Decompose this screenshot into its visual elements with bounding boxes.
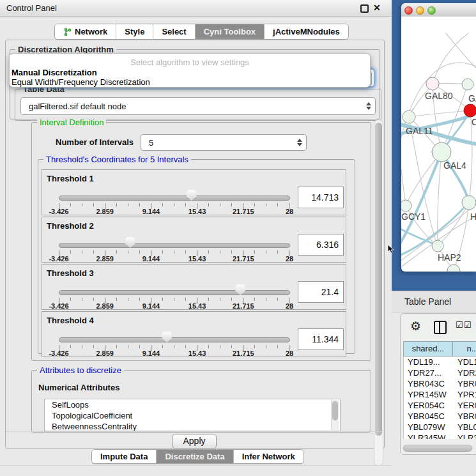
- gear-icon[interactable]: ⚙: [410, 319, 421, 334]
- cell-name[interactable]: YLR3: [454, 433, 476, 439]
- float-window-icon[interactable]: [360, 4, 369, 13]
- table-panel-titlebar: Table Panel: [392, 291, 476, 313]
- table-panel: ⚙ ☑ ☑ shared... n... YDL19... YDL1 YDR27…: [400, 313, 476, 455]
- threshold-4-slider-thumb[interactable]: [162, 332, 172, 342]
- table-horizontal-scrollbar[interactable]: [402, 444, 476, 452]
- close-traffic-light[interactable]: [404, 6, 413, 15]
- network-canvas[interactable]: GAL80 GA C GAL11 GAL4 GCY1 H HAP2: [401, 17, 476, 272]
- table-row[interactable]: YDR27... YDR2: [404, 367, 476, 378]
- table-row[interactable]: YBL079W YBL0: [404, 422, 476, 433]
- network-window-titlebar: [401, 3, 476, 17]
- scrollbar-thumb[interactable]: [403, 445, 472, 452]
- table-row[interactable]: YBR045C YBR0: [404, 411, 476, 422]
- cell-name[interactable]: YDR2: [454, 367, 476, 378]
- attributes-list-scrollbar[interactable]: [331, 400, 339, 430]
- cell-shared-name[interactable]: YDR27...: [404, 367, 454, 378]
- zoom-traffic-light[interactable]: [427, 6, 436, 15]
- list-item-topologicalcoefficient[interactable]: TopologicalCoefficient: [45, 410, 340, 421]
- tick-label: 9.144: [142, 255, 160, 263]
- cell-name[interactable]: YDL1: [454, 357, 476, 367]
- columns-icon[interactable]: [434, 321, 447, 334]
- tick-label: 15.43: [188, 208, 206, 215]
- combo-stepper-icon: [366, 102, 371, 110]
- cell-shared-name[interactable]: YPR145W: [404, 389, 454, 400]
- threshold-1-slider-thumb[interactable]: [187, 190, 197, 201]
- tick-label: 15.43: [188, 255, 206, 263]
- cell-name[interactable]: YBR0: [454, 378, 476, 389]
- column-header-name[interactable]: n...: [453, 341, 476, 357]
- tab-network[interactable]: Network: [55, 24, 116, 39]
- settings-vertical-scrollbar[interactable]: [374, 119, 383, 466]
- table-row[interactable]: YLR345W YLR3: [404, 433, 476, 439]
- node-ga[interactable]: [462, 79, 473, 90]
- tab-jactivemnodules-label: jActiveMNodules: [273, 27, 340, 36]
- node-partial[interactable]: [447, 265, 460, 272]
- cell-name[interactable]: YPR1: [454, 389, 476, 400]
- node-gal11[interactable]: [403, 111, 415, 123]
- scrollbar-thumb[interactable]: [375, 123, 382, 436]
- threshold-4-value-field[interactable]: 11.344: [298, 328, 344, 350]
- table-data-combobox[interactable]: galFiltered.sif default node: [20, 97, 376, 115]
- tick-label: 9.144: [142, 302, 160, 310]
- threshold-2-value-field[interactable]: 6.316: [298, 234, 344, 256]
- thresholds-group-title: Threshold's Coordinates for 5 Intervals: [43, 155, 191, 164]
- slider-tick-labels: -3.426 2.859 9.144 15.43 21.715 28: [59, 207, 289, 215]
- list-item-selfloops[interactable]: SelfLoops: [45, 399, 340, 410]
- tab-select[interactable]: Select: [153, 24, 194, 39]
- node-label-hap2: HAP2: [438, 252, 461, 263]
- table-row[interactable]: YER054C YER0: [404, 400, 476, 411]
- node-h[interactable]: [462, 196, 476, 210]
- table-row[interactable]: YPR145W YPR1: [404, 389, 476, 400]
- cell-name[interactable]: YER0: [454, 400, 476, 411]
- screen: { "icons": { "close": "✕", "gear": "⚙", …: [0, 0, 476, 476]
- number-of-intervals-combobox[interactable]: 5: [141, 134, 307, 151]
- tab-infer-network-label: Infer Network: [242, 452, 295, 461]
- cell-name[interactable]: YBL0: [454, 422, 476, 433]
- cell-shared-name[interactable]: YBR045C: [404, 411, 454, 422]
- close-icon[interactable]: ✕: [373, 3, 381, 13]
- table-row[interactable]: YDL19... YDL1: [404, 357, 476, 367]
- control-panel-tabbar: Network Style Select Cyni Toolbox jActiv…: [54, 24, 349, 40]
- tick-label: 2.859: [96, 255, 114, 263]
- cell-shared-name[interactable]: YBR043C: [404, 378, 454, 389]
- scrollbar-thumb[interactable]: [332, 401, 338, 420]
- algorithm-option-equal-width[interactable]: Equal Width/Frequency Discretization: [12, 77, 150, 87]
- apply-button[interactable]: Apply: [172, 434, 217, 449]
- node-red-selected[interactable]: [464, 104, 476, 117]
- node-hap2[interactable]: [432, 240, 443, 252]
- tab-cyni-toolbox[interactable]: Cyni Toolbox: [195, 24, 264, 39]
- tab-infer-network[interactable]: Infer Network: [233, 450, 303, 463]
- table-row[interactable]: YBR043C YBR0: [404, 378, 476, 389]
- column-header-shared-name[interactable]: shared...: [403, 341, 453, 357]
- cyni-toolbox-panel: Discretization Algorithm Select algorith…: [5, 40, 385, 449]
- tab-jactivemnodules[interactable]: jActiveMNodules: [264, 24, 348, 39]
- cell-shared-name[interactable]: YBL079W: [404, 422, 454, 433]
- threshold-1-card: Threshold 1 -3.426 2.859 9.144 15.43 21.…: [42, 169, 346, 215]
- table-panel-toolbar: ⚙ ☑ ☑: [401, 314, 476, 341]
- node-gal80[interactable]: [426, 77, 439, 90]
- select-none-checkbox-icon[interactable]: ☑: [464, 320, 472, 330]
- node-gcy1[interactable]: [401, 200, 411, 211]
- tab-discretize-data[interactable]: Discretize Data: [156, 450, 233, 463]
- threshold-2-slider-thumb[interactable]: [125, 237, 135, 248]
- cell-shared-name[interactable]: YER054C: [404, 400, 454, 411]
- select-all-checkbox-icon[interactable]: ☑: [456, 320, 463, 330]
- cell-name[interactable]: YBR0: [454, 411, 476, 422]
- cell-shared-name[interactable]: YLR345W: [404, 433, 454, 439]
- algorithm-option-manual[interactable]: Manual Discretization: [12, 68, 97, 77]
- tab-impute-data[interactable]: Impute Data: [92, 450, 156, 463]
- threshold-1-value-field[interactable]: 14.713: [298, 187, 344, 208]
- threshold-3-label: Threshold 3: [47, 268, 94, 278]
- network-view-window: GAL80 GA C GAL11 GAL4 GCY1 H HAP2: [401, 3, 476, 272]
- control-panel-window: Control Panel ✕ Network Style Select Cyn…: [0, 0, 392, 476]
- threshold-3-value-field[interactable]: 21.4: [298, 281, 344, 303]
- node-label-gal11: GAL11: [406, 126, 433, 136]
- threshold-3-slider-thumb[interactable]: [235, 284, 245, 295]
- cell-shared-name[interactable]: YDL19...: [404, 357, 454, 367]
- list-item-betweennesscentrality[interactable]: BetweennessCentrality: [45, 421, 340, 431]
- tick-label: 21.715: [233, 349, 254, 357]
- node-gal4[interactable]: [432, 142, 451, 162]
- minimize-traffic-light[interactable]: [416, 6, 424, 15]
- tab-style[interactable]: Style: [116, 24, 153, 39]
- table-body: YDL19... YDL1 YDR27... YDR2 YBR043C YBR0…: [403, 357, 476, 439]
